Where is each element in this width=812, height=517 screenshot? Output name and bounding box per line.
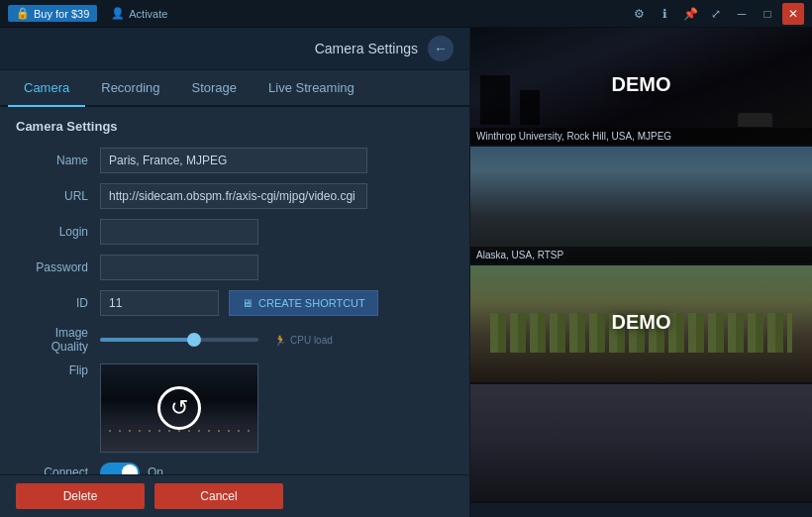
id-controls: 🖥 CREATE SHORTCUT (100, 290, 454, 316)
camera-thumbnail-1[interactable]: DEMO Winthrop University, Rock Hill, USA… (470, 28, 812, 147)
delete-button[interactable]: Delete (16, 483, 145, 509)
camera-thumbnail-4[interactable] (470, 384, 812, 503)
settings-title: Camera Settings (315, 41, 418, 56)
connect-row: Connect On (16, 463, 454, 474)
flip-overlay: ↺ (101, 364, 257, 452)
camera-thumbnail-3[interactable]: DEMO (470, 265, 812, 384)
user-icon: 👤 (111, 7, 125, 20)
thumb-overlay-4 (470, 384, 812, 501)
thumb-2-caption: Alaska, USA, RTSP (470, 247, 812, 263)
toggle-thumb (122, 465, 138, 474)
cpu-label: 🏃 CPU load (274, 335, 333, 346)
back-button[interactable]: ← (428, 36, 454, 61)
tab-storage[interactable]: Storage (176, 70, 254, 107)
login-row: Login (16, 219, 454, 245)
shortcut-icon: 🖥 (242, 297, 253, 309)
left-panel: Camera Settings ← Camera Recording Stora… (0, 28, 470, 517)
lock-icon: 🔒 (16, 7, 30, 20)
connect-label: Connect (16, 465, 100, 474)
url-label: URL (16, 189, 100, 203)
id-row: ID 🖥 CREATE SHORTCUT (16, 290, 454, 316)
url-row: URL (16, 183, 454, 209)
section-title: Camera Settings (16, 119, 454, 134)
activate-btn[interactable]: 👤 Activate (103, 5, 175, 22)
maximize-icon[interactable]: □ (757, 3, 778, 25)
settings-header: Camera Settings ← (0, 28, 469, 70)
tab-recording[interactable]: Recording (85, 70, 175, 107)
camera-thumbnail-2[interactable]: Alaska, USA, RTSP (470, 147, 812, 265)
bottom-buttons: Delete Cancel (0, 474, 469, 517)
thumb-3-demo-label: DEMO (612, 311, 671, 334)
camera-settings-content: Camera Settings Name URL Login Password (0, 107, 469, 474)
login-input[interactable] (100, 219, 258, 245)
quality-label: Image Quality (16, 326, 100, 354)
password-input[interactable] (100, 255, 258, 280)
flip-preview[interactable]: ↺ (100, 363, 258, 453)
flip-label: Flip (16, 363, 100, 377)
right-panel: DEMO Winthrop University, Rock Hill, USA… (470, 28, 812, 517)
cpu-icon: 🏃 (274, 335, 286, 346)
resize-icon[interactable]: ⤢ (705, 3, 727, 25)
buy-badge[interactable]: 🔒 Buy for $39 (8, 5, 97, 22)
quality-slider-container: 🏃 CPU load (100, 335, 454, 346)
tab-camera[interactable]: Camera (8, 70, 85, 107)
flip-rotate-icon: ↺ (157, 386, 201, 430)
info-icon[interactable]: ℹ (654, 3, 675, 25)
quality-slider[interactable] (100, 338, 258, 342)
title-bar-icons: ⚙ ℹ 📌 ⤢ ─ □ ✕ (628, 3, 804, 25)
connect-state: On (148, 465, 163, 474)
login-label: Login (16, 225, 100, 239)
cancel-button[interactable]: Cancel (154, 483, 283, 509)
title-bar-left: 🔒 Buy for $39 👤 Activate (8, 5, 175, 22)
pin-icon[interactable]: 📌 (679, 3, 701, 25)
password-label: Password (16, 260, 100, 274)
id-input[interactable] (100, 290, 219, 316)
url-input[interactable] (100, 183, 367, 209)
title-bar: 🔒 Buy for $39 👤 Activate ⚙ ℹ 📌 ⤢ ─ □ ✕ (0, 0, 812, 28)
main-layout: Camera Settings ← Camera Recording Stora… (0, 28, 812, 517)
gear-icon[interactable]: ⚙ (628, 3, 650, 25)
minimize-icon[interactable]: ─ (731, 3, 753, 25)
close-icon[interactable]: ✕ (782, 3, 804, 25)
tabs-bar: Camera Recording Storage Live Streaming (0, 70, 469, 107)
thumb-1-demo-label: DEMO (612, 73, 671, 96)
quality-row: Image Quality 🏃 CPU load (16, 326, 454, 354)
name-row: Name (16, 148, 454, 173)
tab-live-streaming[interactable]: Live Streaming (253, 70, 370, 107)
password-row: Password (16, 255, 454, 280)
id-label: ID (16, 296, 100, 310)
create-shortcut-button[interactable]: 🖥 CREATE SHORTCUT (229, 290, 378, 316)
thumb-1-caption: Winthrop University, Rock Hill, USA, MJP… (470, 128, 812, 145)
name-label: Name (16, 154, 100, 167)
connect-toggle[interactable] (100, 463, 140, 474)
name-input[interactable] (100, 148, 367, 173)
flip-row: Flip ↺ (16, 363, 454, 453)
